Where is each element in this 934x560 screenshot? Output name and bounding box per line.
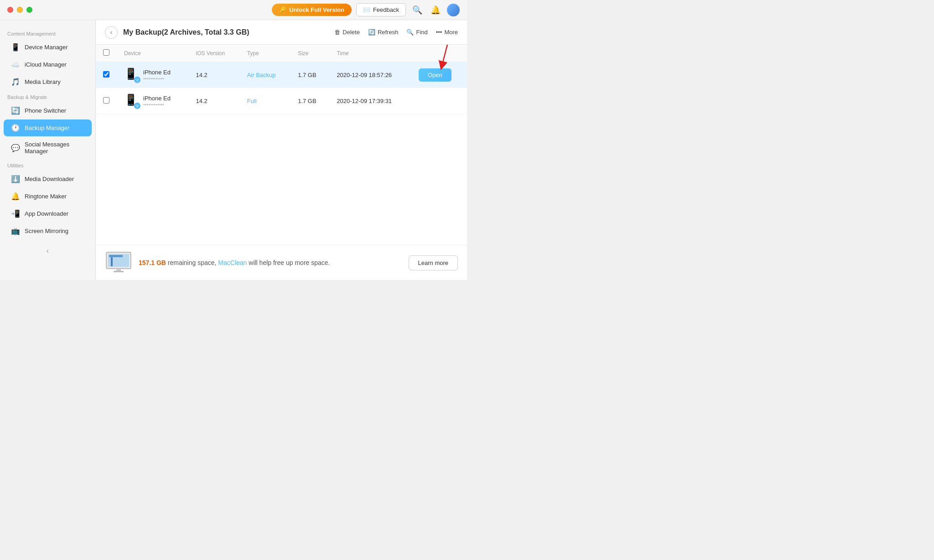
row1-action-cell: Open (411, 62, 467, 88)
monitor-svg (105, 251, 132, 274)
row1-checkbox-cell (96, 62, 117, 88)
title-bar-right: 🔑 Unlock Full Version ✉️ Feedback 🔍 🔔 (272, 3, 460, 17)
sidebar-item-label: Phone Switcher (25, 107, 66, 114)
avatar[interactable] (447, 4, 460, 16)
content-header-right: 🗑 Delete 🔄 Refresh 🔍 Find ••• More (334, 29, 458, 36)
sidebar-item-label: Social Messages Manager (25, 141, 84, 155)
ios-version-column-header: iOS Version (189, 45, 240, 62)
time-column-header: Time (329, 45, 411, 62)
delete-label: Delete (342, 29, 360, 36)
svg-rect-5 (111, 257, 113, 266)
search-icon: 🔍 (406, 29, 414, 36)
sidebar-item-label: Device Manager (25, 44, 68, 51)
trash-icon: 🗑 (334, 29, 340, 36)
sidebar-item-ringtone-maker[interactable]: 🔔 Ringtone Maker (4, 188, 92, 205)
find-button[interactable]: 🔍 Find (406, 29, 427, 36)
sidebar-item-label: Backup Manager (25, 124, 69, 131)
content-management-label: Content Management (0, 27, 95, 38)
row1-type-link[interactable]: Air Backup (247, 72, 276, 78)
notification-button[interactable]: 🔔 (429, 3, 442, 17)
sidebar-item-phone-switcher[interactable]: 🔄 Phone Switcher (4, 102, 92, 119)
footer-text: 157.1 GB remaining space, MacClean will … (139, 259, 330, 266)
unlock-icon: 🔑 (279, 6, 286, 13)
refresh-button[interactable]: 🔄 Refresh (368, 29, 399, 36)
wifi-badge (134, 103, 140, 109)
row1-ios-version: 14.2 (189, 62, 240, 88)
unlock-button[interactable]: 🔑 Unlock Full Version (272, 4, 352, 16)
monitor-icon (105, 251, 132, 275)
utilities-label: Utilities (0, 159, 95, 170)
row2-device-info: iPhone Ed •••••••••••• (143, 95, 171, 107)
footer-banner: 157.1 GB remaining space, MacClean will … (96, 245, 467, 280)
app-icon: 📲 (11, 209, 20, 218)
back-button[interactable]: ‹ (105, 26, 118, 39)
row1-type: Air Backup (240, 62, 291, 88)
row2-size: 1.7 GB (291, 88, 329, 114)
sidebar-item-app-downloader[interactable]: 📲 App Downloader (4, 205, 92, 222)
row1-device-info: iPhone Ed •••••••••••• (143, 69, 171, 81)
svg-rect-6 (116, 269, 121, 271)
search-button[interactable]: 🔍 (410, 3, 424, 17)
search-icon: 🔍 (412, 5, 422, 15)
table-row: 📱 iPhone Ed •••••••••••• (96, 88, 467, 114)
clock-icon: 🕐 (11, 124, 20, 132)
title-bar: 🔑 Unlock Full Version ✉️ Feedback 🔍 🔔 (0, 0, 467, 20)
row1-device-icon: 📱 (124, 67, 139, 82)
row2-type-link[interactable]: Full (247, 98, 257, 104)
sidebar-item-label: Screen Mirroring (25, 228, 68, 234)
refresh-icon: 🔄 (368, 29, 375, 36)
sidebar-item-label: Media Downloader (25, 176, 74, 182)
sidebar-item-backup-manager[interactable]: 🕐 Backup Manager (4, 119, 92, 136)
row2-device-icon: 📱 (124, 93, 139, 108)
maximize-button[interactable] (26, 7, 32, 13)
table-container: Device iOS Version Type Size Time (96, 45, 467, 245)
sidebar-item-icloud-manager[interactable]: ☁️ iCloud Manager (4, 56, 92, 73)
row2-action-cell (411, 88, 467, 114)
brand-link[interactable]: MacClean (218, 259, 247, 266)
minimize-button[interactable] (17, 7, 23, 13)
row1-checkbox[interactable] (103, 71, 109, 78)
switch-icon: 🔄 (11, 106, 20, 115)
row1-time: 2020-12-09 18:57:26 (329, 62, 411, 88)
row1-device-id: •••••••••••• (143, 76, 171, 81)
bell-icon: 🔔 (11, 192, 20, 201)
close-button[interactable] (7, 7, 13, 13)
select-all-checkbox[interactable] (103, 49, 109, 56)
footer-text-middle: remaining space, (168, 259, 218, 266)
row1-open-button[interactable]: Open (419, 68, 451, 82)
unlock-label: Unlock Full Version (289, 6, 344, 13)
more-button[interactable]: ••• More (436, 29, 458, 36)
sidebar-collapse-button[interactable]: ‹ (0, 243, 95, 259)
wifi-icon (135, 104, 140, 108)
sidebar-item-label: Media Library (25, 78, 61, 85)
chevron-left-icon: ‹ (47, 247, 49, 255)
feedback-button[interactable]: ✉️ Feedback (356, 3, 406, 16)
chat-icon: 💬 (11, 144, 20, 152)
row2-ios-version: 14.2 (189, 88, 240, 114)
row2-checkbox[interactable] (103, 97, 109, 104)
row2-time: 2020-12-09 17:39:31 (329, 88, 411, 114)
backup-table: Device iOS Version Type Size Time (96, 45, 467, 114)
sidebar-item-media-downloader[interactable]: ⬇️ Media Downloader (4, 171, 92, 187)
sidebar-item-social-messages[interactable]: 💬 Social Messages Manager (4, 137, 92, 159)
learn-more-button[interactable]: Learn more (409, 255, 458, 270)
size-column-header: Size (291, 45, 329, 62)
learn-more-label: Learn more (418, 259, 448, 266)
sidebar-item-media-library[interactable]: 🎵 Media Library (4, 73, 92, 90)
sidebar-item-device-manager[interactable]: 📱 Device Manager (4, 39, 92, 56)
wifi-icon (135, 78, 140, 82)
row2-checkbox-cell (96, 88, 117, 114)
row1-device-cell: 📱 iPhone Ed •••••••••••• (117, 62, 189, 88)
wifi-badge (134, 77, 140, 83)
delete-button[interactable]: 🗑 Delete (334, 29, 360, 36)
row1-device-name: iPhone Ed (143, 69, 171, 76)
ellipsis-icon: ••• (436, 29, 442, 36)
content-header-left: ‹ My Backup(2 Archives, Total 3.3 GB) (105, 26, 249, 39)
size-highlight: 157.1 GB (139, 259, 166, 266)
backup-migrate-label: Backup & Migrate (0, 91, 95, 102)
chevron-left-icon: ‹ (110, 29, 112, 36)
sidebar-item-screen-mirroring[interactable]: 📺 Screen Mirroring (4, 223, 92, 239)
sidebar-item-label: iCloud Manager (25, 61, 67, 68)
bell-icon: 🔔 (431, 5, 441, 15)
cloud-icon: ☁️ (11, 60, 20, 69)
